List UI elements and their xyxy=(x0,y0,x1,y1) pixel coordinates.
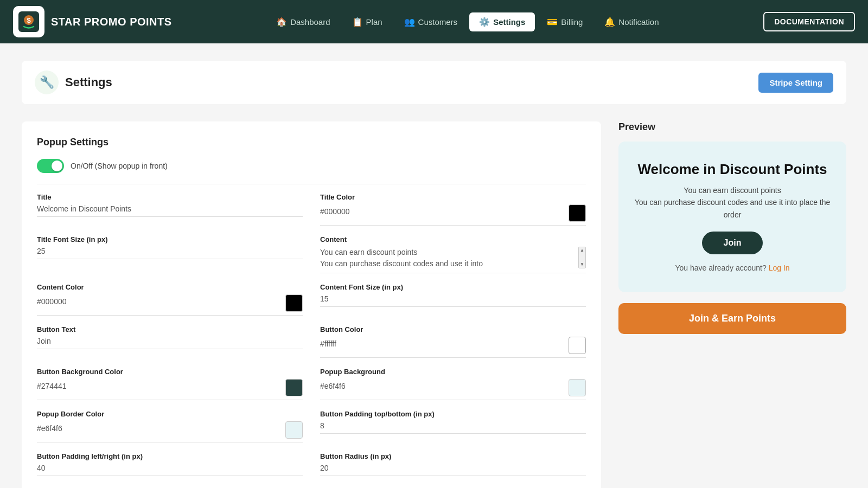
btn-padding-lr-field-group: Button Padding left/right (in px) 40 xyxy=(37,452,303,476)
main-nav: 🏠 Dashboard 📋 Plan 👥 Customers ⚙️ Settin… xyxy=(189,12,746,31)
popup-preview-title: Welcome in Discount Points xyxy=(634,161,831,178)
content-color-row: #000000 xyxy=(37,294,303,312)
page-header-left: 🔧 Settings xyxy=(35,70,112,94)
nav-customers[interactable]: 👥 Customers xyxy=(394,12,468,31)
popup-background-field-group: Popup Background #e6f4f6 xyxy=(320,368,586,400)
page-header: 🔧 Settings Stripe Setting xyxy=(22,61,846,104)
scroll-indicator: ▲ ▼ xyxy=(578,247,586,268)
button-color-label: Button Color xyxy=(320,325,586,333)
button-color-value[interactable]: #ffffff xyxy=(320,339,336,351)
content-font-size-field-group: Content Font Size (in px) 15 xyxy=(320,283,586,316)
popup-background-label: Popup Background xyxy=(320,368,586,376)
page-content: 🔧 Settings Stripe Setting Popup Settings… xyxy=(0,43,868,488)
button-color-row: #ffffff xyxy=(320,337,586,354)
header: $ STAR PROMO POINTS 🏠 Dashboard 📋 Plan 👥… xyxy=(0,0,868,43)
popup-login-text: You have already account? Log In xyxy=(675,264,789,272)
nav-notification-label: Notification xyxy=(618,17,659,27)
button-color-swatch[interactable] xyxy=(569,337,586,354)
title-field-group: Title Welcome in Discount Points xyxy=(37,193,303,226)
title-label: Title xyxy=(37,193,303,201)
title-color-value[interactable]: #000000 xyxy=(320,207,350,219)
toggle-row: On/Off (Show popup in front) xyxy=(37,159,586,173)
popup-background-swatch[interactable] xyxy=(569,379,586,396)
button-text-value[interactable]: Join xyxy=(37,337,303,349)
button-bg-color-value[interactable]: #274441 xyxy=(37,382,67,394)
nav-dashboard-label: Dashboard xyxy=(290,17,330,27)
content-color-swatch[interactable] xyxy=(285,294,303,312)
nav-customers-label: Customers xyxy=(418,17,458,27)
title-font-size-field-group: Title Font Size (in px) 25 xyxy=(37,235,303,273)
popup-settings-title: Popup Settings xyxy=(37,137,586,148)
plan-icon: 📋 xyxy=(352,17,363,27)
btn-radius-value[interactable]: 20 xyxy=(320,464,586,476)
button-bg-color-field-group: Button Background Color #274441 xyxy=(37,368,303,400)
documentation-button[interactable]: DOCUMENTATION xyxy=(763,12,855,31)
popup-border-color-label: Popup Border Color xyxy=(37,410,303,418)
dashboard-icon: 🏠 xyxy=(276,17,287,27)
popup-background-row: #e6f4f6 xyxy=(320,379,586,396)
content-label: Content xyxy=(320,235,586,243)
settings-panel: Popup Settings On/Off (Show popup in fro… xyxy=(22,121,601,488)
popup-border-color-swatch[interactable] xyxy=(285,421,303,439)
nav-settings[interactable]: ⚙️ Settings xyxy=(469,12,535,31)
button-bg-color-swatch[interactable] xyxy=(285,379,303,396)
button-bg-color-label: Button Background Color xyxy=(37,368,303,376)
scroll-down-arrow: ▼ xyxy=(580,262,584,267)
title-color-field-group: Title Color #000000 xyxy=(320,193,586,226)
nav-billing-label: Billing xyxy=(561,17,583,27)
btn-padding-tb-label: Button Padding top/bottom (in px) xyxy=(320,410,586,418)
show-popup-toggle[interactable] xyxy=(37,159,64,173)
logo-area: $ STAR PROMO POINTS xyxy=(13,6,172,37)
btn-radius-label: Button Radius (in px) xyxy=(320,452,586,460)
title-color-swatch[interactable] xyxy=(569,204,586,222)
title-color-row: #000000 xyxy=(320,204,586,222)
divider xyxy=(37,184,586,184)
btn-padding-tb-value[interactable]: 8 xyxy=(320,421,586,434)
nav-dashboard[interactable]: 🏠 Dashboard xyxy=(266,12,340,31)
nav-billing[interactable]: 💳 Billing xyxy=(537,12,592,31)
app-title: STAR PROMO POINTS xyxy=(51,16,172,28)
title-font-size-value[interactable]: 25 xyxy=(37,247,303,259)
content-value[interactable]: You can earn discount points You can pur… xyxy=(320,247,575,273)
popup-join-button[interactable]: Join xyxy=(702,232,763,254)
popup-preview: Welcome in Discount Points You can earn … xyxy=(618,142,846,292)
btn-radius-field-group: Button Radius (in px) 20 xyxy=(320,452,586,476)
content-color-value[interactable]: #000000 xyxy=(37,297,67,309)
preview-panel: Preview Welcome in Discount Points You c… xyxy=(618,121,846,488)
logo-box: $ xyxy=(13,6,44,37)
popup-login-link[interactable]: Log In xyxy=(769,264,790,272)
billing-icon: 💳 xyxy=(547,17,558,27)
btn-padding-tb-field-group: Button Padding top/bottom (in px) 8 xyxy=(320,410,586,442)
button-color-field-group: Button Color #ffffff xyxy=(320,325,586,358)
popup-preview-content: You can earn discount points You can pur… xyxy=(634,184,831,221)
content-color-field-group: Content Color #000000 xyxy=(37,283,303,316)
title-color-label: Title Color xyxy=(320,193,586,201)
page-title: Settings xyxy=(65,75,112,89)
title-value[interactable]: Welcome in Discount Points xyxy=(37,204,303,217)
toggle-label: On/Off (Show popup in front) xyxy=(71,162,168,170)
title-font-size-label: Title Font Size (in px) xyxy=(37,235,303,243)
button-bg-color-row: #274441 xyxy=(37,379,303,396)
settings-icon: ⚙️ xyxy=(479,17,490,27)
earn-points-button[interactable]: Join & Earn Points xyxy=(618,303,846,334)
content-field-group: Content You can earn discount points You… xyxy=(320,235,586,273)
button-text-field-group: Button Text Join xyxy=(37,325,303,358)
btn-padding-lr-value[interactable]: 40 xyxy=(37,464,303,476)
content-font-size-value[interactable]: 15 xyxy=(320,294,586,307)
button-text-label: Button Text xyxy=(37,325,303,333)
nav-plan-label: Plan xyxy=(366,17,382,27)
nav-notification[interactable]: 🔔 Notification xyxy=(595,12,668,31)
svg-text:$: $ xyxy=(27,16,31,24)
popup-background-value[interactable]: #e6f4f6 xyxy=(320,382,346,394)
customers-icon: 👥 xyxy=(404,17,415,27)
content-color-label: Content Color xyxy=(37,283,303,291)
btn-padding-lr-label: Button Padding left/right (in px) xyxy=(37,452,303,460)
nav-settings-label: Settings xyxy=(493,17,525,27)
content-font-size-label: Content Font Size (in px) xyxy=(320,283,586,291)
fields-grid: Title Welcome in Discount Points Title C… xyxy=(37,193,586,486)
main-layout: Popup Settings On/Off (Show popup in fro… xyxy=(22,121,846,488)
nav-plan[interactable]: 📋 Plan xyxy=(342,12,392,31)
stripe-setting-button[interactable]: Stripe Setting xyxy=(758,73,833,93)
preview-title: Preview xyxy=(618,121,846,133)
popup-border-color-value[interactable]: #e6f4f6 xyxy=(37,424,62,436)
